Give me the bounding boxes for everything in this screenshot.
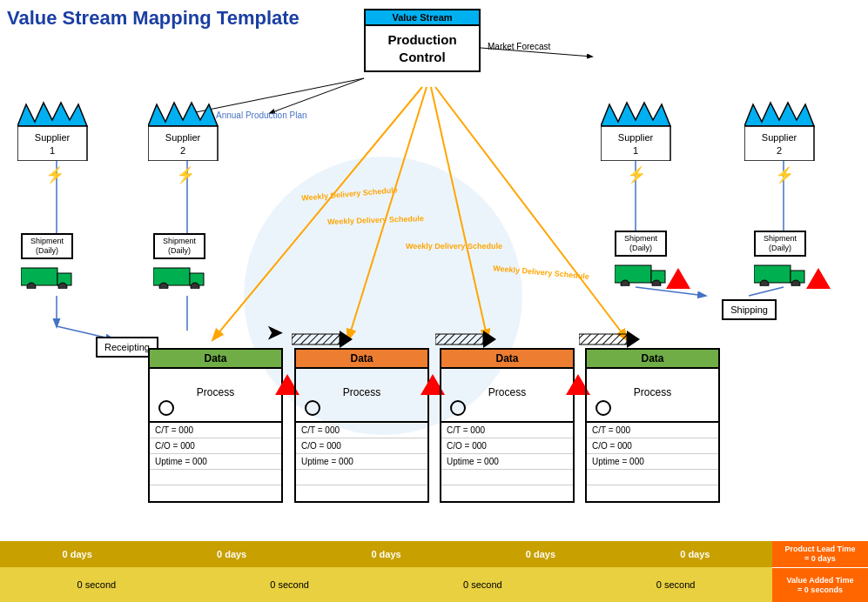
co-row-2: C/O = 000 bbox=[296, 438, 427, 454]
svg-marker-52 bbox=[627, 331, 640, 348]
svg-marker-14 bbox=[17, 103, 87, 126]
svg-point-37 bbox=[191, 283, 199, 289]
svg-point-41 bbox=[652, 280, 661, 286]
data-box-4: C/T = 000 C/O = 000 Uptime = 000 bbox=[585, 423, 720, 503]
value-added-box: Value Added Time= 0 seconds bbox=[772, 567, 868, 602]
operator-circle-2 bbox=[305, 400, 320, 416]
factory-icon-supplier1-left: Supplier 1 bbox=[17, 96, 96, 161]
process-body-2: Process bbox=[296, 369, 427, 421]
svg-marker-50 bbox=[483, 331, 496, 348]
extra-row-1a bbox=[150, 470, 281, 485]
svg-rect-42 bbox=[754, 265, 791, 283]
timeline-second-2: 0 second bbox=[387, 579, 580, 590]
weekly-schedule-4: Weekly Delivery Schedule bbox=[493, 264, 589, 281]
svg-rect-27 bbox=[744, 126, 814, 161]
process-header-4: Data bbox=[587, 350, 718, 369]
svg-text:Supplier: Supplier bbox=[165, 132, 201, 143]
co-row-3: C/O = 000 bbox=[441, 438, 573, 454]
svg-rect-23 bbox=[601, 126, 670, 161]
uptime-row-3: Uptime = 000 bbox=[441, 454, 573, 470]
process-body-4: Process bbox=[587, 369, 718, 421]
extra-row-2b bbox=[296, 485, 427, 501]
svg-point-40 bbox=[621, 280, 629, 286]
timeline-top: 0 days 0 days 0 days 0 days 0 days bbox=[0, 541, 772, 567]
svg-text:1: 1 bbox=[633, 145, 638, 156]
svg-line-8 bbox=[348, 87, 427, 339]
timeline-second-3: 0 second bbox=[579, 579, 772, 590]
svg-rect-34 bbox=[153, 268, 190, 285]
process-group-4: Data Process C/T = 000 C/O = 000 Uptime … bbox=[585, 348, 720, 503]
push-arrow-main: ➤ bbox=[266, 322, 282, 344]
svg-point-33 bbox=[58, 283, 67, 289]
lead-time-box: Product Lead Time= 0 days bbox=[772, 541, 868, 567]
truck-icon-left-2 bbox=[153, 261, 205, 289]
svg-point-36 bbox=[159, 283, 168, 289]
svg-text:Supplier: Supplier bbox=[35, 132, 71, 143]
annual-plan-label: Annual Production Plan bbox=[216, 110, 307, 120]
process-header-1: Data bbox=[150, 350, 281, 369]
svg-point-45 bbox=[791, 280, 800, 286]
weekly-schedule-3: Weekly Delivery Schedule bbox=[406, 242, 502, 251]
process-box-3: Data Process bbox=[440, 348, 575, 423]
svg-line-9 bbox=[431, 87, 488, 339]
triangle-truck-right2 bbox=[806, 268, 831, 289]
uptime-row-4: Uptime = 000 bbox=[587, 454, 718, 470]
truck-right-1: Shipment(Daily) bbox=[615, 231, 667, 290]
lightning-supplier1-right: ⚡ bbox=[627, 165, 646, 184]
svg-text:2: 2 bbox=[180, 145, 185, 156]
market-forecast-label: Market Forecast bbox=[488, 42, 550, 51]
page-title: Value Stream Mapping Template bbox=[7, 7, 299, 30]
timeline-bottom: 0 second 0 second 0 second 0 second bbox=[0, 567, 772, 602]
ct-row-3: C/T = 000 bbox=[441, 423, 573, 438]
timeline-day-4: 0 days bbox=[618, 549, 772, 559]
truck-icon-left-1 bbox=[21, 261, 73, 289]
factory-icon-supplier1-right: Supplier 1 bbox=[601, 96, 679, 161]
co-row-4: C/O = 000 bbox=[587, 438, 718, 454]
operator-circle-1 bbox=[158, 400, 174, 416]
timeline-day-2: 0 days bbox=[309, 549, 463, 559]
hatch-arrow-3 bbox=[579, 331, 640, 348]
svg-rect-51 bbox=[579, 334, 627, 344]
extra-row-2a bbox=[296, 470, 427, 485]
operator-circle-4 bbox=[595, 400, 611, 416]
timeline-second-0: 0 second bbox=[0, 579, 193, 590]
lightning-supplier2-left: ⚡ bbox=[176, 165, 195, 184]
truck-right-2: Shipment(Daily) bbox=[754, 231, 806, 290]
process-group-3: Data Process C/T = 000 C/O = 000 Uptime … bbox=[440, 348, 575, 503]
timeline-second-1: 0 second bbox=[193, 579, 387, 590]
process-group-2: Data Process C/T = 000 C/O = 000 Uptime … bbox=[294, 348, 429, 503]
uptime-row-1: Uptime = 000 bbox=[150, 454, 281, 470]
co-row-1: C/O = 000 bbox=[150, 438, 281, 454]
factory-icon-supplier2-left: Supplier 2 bbox=[148, 96, 226, 161]
truck-left-1: Shipment(Daily) bbox=[21, 233, 73, 292]
svg-marker-48 bbox=[340, 331, 353, 348]
weekly-schedule-1: Weekly Delivery Schedule bbox=[301, 185, 398, 203]
supplier-1-right: Supplier 1 bbox=[601, 96, 679, 164]
process-header-2: Data bbox=[296, 350, 427, 369]
svg-line-10 bbox=[435, 87, 627, 339]
svg-rect-38 bbox=[615, 265, 651, 283]
data-box-1: C/T = 000 C/O = 000 Uptime = 000 bbox=[148, 423, 283, 503]
svg-text:1: 1 bbox=[50, 145, 55, 156]
extra-row-3b bbox=[441, 485, 573, 501]
extra-row-4a bbox=[587, 470, 718, 485]
data-box-3: C/T = 000 C/O = 000 Uptime = 000 bbox=[440, 423, 575, 503]
truck-left-2: Shipment(Daily) bbox=[153, 233, 205, 292]
svg-text:Supplier: Supplier bbox=[762, 132, 797, 143]
process-group-1: Data Process C/T = 000 C/O = 000 Uptime … bbox=[148, 348, 283, 503]
production-control-box: Value Stream Production Control bbox=[364, 9, 481, 72]
timeline-day-0: 0 days bbox=[0, 549, 154, 559]
truck-label-left-1: Shipment(Daily) bbox=[21, 233, 73, 259]
process-box-1: Data Process bbox=[148, 348, 283, 423]
process-body-1: Process bbox=[150, 369, 281, 421]
timeline-day-3: 0 days bbox=[463, 549, 617, 559]
process-box-4: Data Process bbox=[585, 348, 720, 423]
hatch-arrow-2 bbox=[435, 331, 496, 348]
truck-label-right-2: Shipment(Daily) bbox=[754, 231, 806, 257]
uptime-row-2: Uptime = 000 bbox=[296, 454, 427, 470]
svg-line-7 bbox=[213, 87, 422, 339]
truck-icon-right-2 bbox=[754, 258, 806, 286]
svg-line-2 bbox=[270, 78, 364, 113]
extra-row-4b bbox=[587, 485, 718, 501]
data-box-2: C/T = 000 C/O = 000 Uptime = 000 bbox=[294, 423, 429, 503]
